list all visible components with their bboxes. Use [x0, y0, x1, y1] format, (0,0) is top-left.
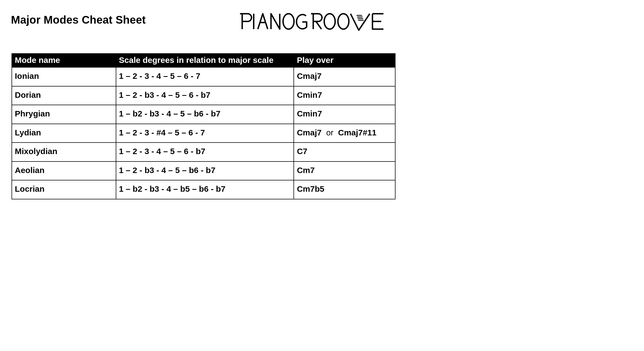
- svg-point-0: [283, 14, 294, 29]
- chord-label: Cmaj7#11: [338, 128, 377, 137]
- cell-mode: Mixolydian: [12, 143, 116, 161]
- table-row: Mixolydian 1 – 2 - 3 - 4 – 5 – 6 - b7 C7: [12, 143, 395, 161]
- table-header: Mode name Scale degrees in relation to m…: [12, 54, 395, 67]
- brand-logo: [239, 12, 392, 34]
- cell-playover: Cmin7: [294, 105, 395, 124]
- cell-playover: Cmaj7 or Cmaj7#11: [294, 124, 395, 143]
- modes-table: Mode name Scale degrees in relation to m…: [12, 53, 396, 199]
- col-header-mode: Mode name: [12, 54, 116, 67]
- cell-degrees: 1 – 2 - 3 - #4 – 5 – 6 - 7: [116, 124, 294, 143]
- cell-degrees: 1 – 2 - 3 - 4 – 5 – 6 - 7: [116, 67, 294, 86]
- cell-mode: Aeolian: [12, 161, 116, 180]
- cell-playover: Cm7: [294, 161, 395, 180]
- cell-mode: Locrian: [12, 180, 116, 199]
- cell-playover: Cmin7: [294, 86, 395, 105]
- cell-mode: Phrygian: [12, 105, 116, 124]
- cell-mode: Ionian: [12, 67, 116, 86]
- cell-degrees: 1 – b2 - b3 - 4 – b5 – b6 - b7: [116, 180, 294, 199]
- table-body: Ionian 1 – 2 - 3 - 4 – 5 – 6 - 7 Cmaj7 D…: [12, 67, 395, 199]
- table-row: Lydian 1 – 2 - 3 - #4 – 5 – 6 - 7 Cmaj7 …: [12, 124, 395, 143]
- page-title: Major Modes Cheat Sheet: [11, 14, 146, 26]
- table-row: Ionian 1 – 2 - 3 - 4 – 5 – 6 - 7 Cmaj7: [12, 67, 395, 86]
- table-row: Dorian 1 – 2 - b3 - 4 – 5 – 6 - b7 Cmin7: [12, 86, 395, 105]
- cell-mode: Lydian: [12, 124, 116, 143]
- cell-degrees: 1 – b2 - b3 - 4 – 5 – b6 - b7: [116, 105, 294, 124]
- table-row: Aeolian 1 – 2 - b3 - 4 – 5 – b6 - b7 Cm7: [12, 161, 395, 180]
- header: Major Modes Cheat Sheet: [11, 14, 395, 34]
- table-row: Phrygian 1 – b2 - b3 - 4 – 5 – b6 - b7 C…: [12, 105, 395, 124]
- col-header-playover: Play over: [294, 54, 395, 67]
- svg-point-1: [324, 14, 335, 29]
- cell-playover: Cm7b5: [294, 180, 395, 199]
- chord-label: Cmaj7: [297, 128, 321, 137]
- cell-playover: C7: [294, 143, 395, 161]
- col-header-degrees: Scale degrees in relation to major scale: [116, 54, 294, 67]
- cell-degrees: 1 – 2 - b3 - 4 – 5 – b6 - b7: [116, 161, 294, 180]
- table-row: Locrian 1 – b2 - b3 - 4 – b5 – b6 - b7 C…: [12, 180, 395, 199]
- cell-playover: Cmaj7: [294, 67, 395, 86]
- cell-degrees: 1 – 2 - b3 - 4 – 5 – 6 - b7: [116, 86, 294, 105]
- pianogroove-logo-icon: [239, 12, 392, 33]
- page: Major Modes Cheat Sheet: [0, 0, 406, 210]
- or-word: or: [326, 128, 334, 137]
- cell-degrees: 1 – 2 - 3 - 4 – 5 – 6 - b7: [116, 143, 294, 161]
- cell-mode: Dorian: [12, 86, 116, 105]
- svg-point-2: [338, 14, 349, 29]
